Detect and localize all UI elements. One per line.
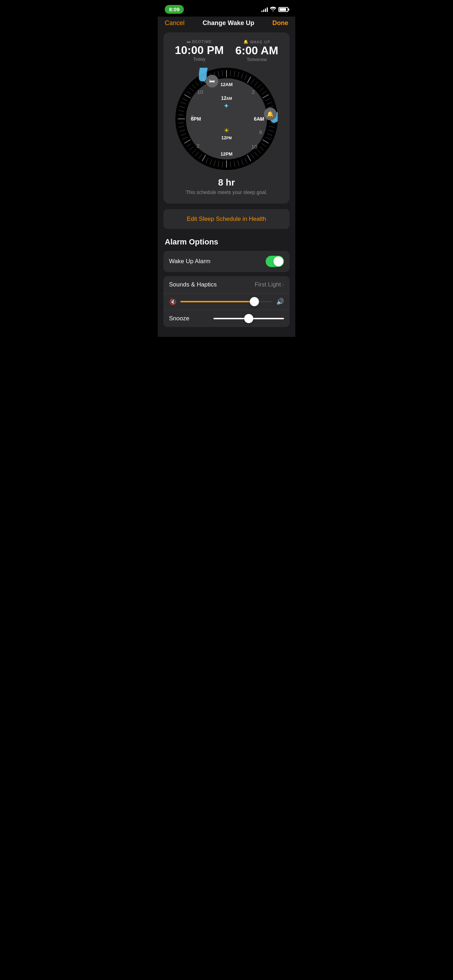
wake-up-alarm-group: Wake Up Alarm: [163, 251, 290, 272]
duration-subtitle: This schedule meets your sleep goal.: [169, 189, 284, 195]
wifi-icon: [270, 6, 276, 12]
svg-line-6: [247, 76, 251, 83]
svg-line-9: [257, 84, 261, 88]
snooze-row: Snooze: [163, 310, 290, 327]
svg-line-40: [210, 159, 212, 165]
svg-line-48: [184, 140, 190, 143]
svg-line-26: [259, 146, 264, 150]
svg-line-57: [180, 106, 185, 108]
svg-line-42: [202, 155, 206, 161]
duration-block: 8 hr This schedule meets your sleep goal…: [169, 177, 284, 195]
svg-line-56: [178, 110, 184, 111]
bedtime-day: Today: [175, 56, 224, 62]
svg-line-10: [259, 88, 264, 91]
toggle-thumb: [273, 256, 283, 266]
svg-line-5: [245, 75, 247, 80]
svg-line-53: [178, 123, 184, 123]
volume-low-icon: 🔇: [169, 298, 177, 305]
volume-track[interactable]: [180, 301, 273, 302]
svg-line-47: [187, 143, 191, 147]
svg-line-63: [192, 84, 196, 88]
volume-fill: [180, 301, 254, 302]
page-title: Change Wake Up: [202, 19, 254, 27]
svg-line-29: [251, 154, 254, 159]
svg-line-21: [268, 130, 273, 132]
cancel-button[interactable]: Cancel: [165, 19, 184, 27]
status-bar: 8:09: [158, 0, 295, 17]
svg-line-12: [262, 95, 269, 98]
snooze-label: Snooze: [169, 315, 189, 322]
svg-line-43: [199, 154, 202, 159]
svg-line-34: [234, 161, 235, 167]
status-icons: [261, 6, 288, 12]
svg-line-45: [192, 149, 196, 153]
svg-line-1: [230, 70, 231, 76]
bedtime-value: 10:00 PM: [175, 45, 224, 56]
svg-line-23: [265, 137, 271, 140]
nav-bar: Cancel Change Wake Up Done: [158, 17, 295, 32]
wake-up-alarm-toggle[interactable]: [265, 256, 284, 267]
sounds-haptics-row[interactable]: Sounds & Haptics First Light ›: [163, 276, 290, 294]
wakeup-value: 6:00 AM: [235, 45, 278, 56]
edit-button-label: Edit Sleep Schedule in Health: [187, 216, 266, 222]
svg-line-7: [251, 79, 254, 84]
clock-card: 🛏 BEDTIME 10:00 PM Today 🔔 WAKE UP 6:00 …: [163, 32, 290, 204]
svg-line-35: [230, 162, 231, 167]
svg-line-32: [241, 159, 243, 165]
main-content: 🛏 BEDTIME 10:00 PM Today 🔔 WAKE UP 6:00 …: [158, 32, 295, 337]
time-header: 🛏 BEDTIME 10:00 PM Today 🔔 WAKE UP 6:00 …: [169, 40, 284, 62]
alarm-icon: 🔔: [243, 40, 249, 44]
svg-line-61: [187, 91, 191, 94]
svg-line-46: [189, 146, 193, 150]
svg-line-4: [241, 73, 243, 78]
svg-line-70: [218, 71, 219, 76]
edit-sleep-schedule-button[interactable]: Edit Sleep Schedule in Health: [163, 209, 290, 229]
svg-line-14: [267, 102, 272, 104]
svg-line-64: [195, 81, 199, 86]
clock-wrapper: Generate ticks in JS below: [175, 68, 278, 170]
bedtime-handle[interactable]: 🛏: [206, 75, 218, 88]
volume-row: 🔇 🔊: [163, 294, 290, 310]
svg-line-24: [262, 140, 269, 143]
sleep-arc-svg: Generate ticks in JS below: [175, 68, 278, 170]
svg-line-62: [189, 88, 193, 91]
svg-line-52: [178, 126, 184, 127]
done-button[interactable]: Done: [272, 19, 288, 27]
svg-line-28: [254, 152, 257, 156]
svg-line-51: [180, 130, 185, 132]
svg-line-20: [269, 126, 275, 127]
svg-line-11: [262, 91, 266, 94]
battery-icon: [278, 7, 288, 12]
bedtime-block: 🛏 BEDTIME 10:00 PM Today: [175, 40, 224, 62]
svg-line-33: [238, 161, 239, 166]
svg-line-50: [181, 134, 186, 135]
svg-line-49: [183, 137, 188, 140]
svg-line-44: [195, 152, 199, 156]
svg-line-2: [234, 71, 235, 76]
volume-thumb[interactable]: [250, 297, 259, 306]
svg-line-37: [222, 162, 223, 167]
svg-line-38: [218, 161, 219, 167]
bedtime-label: 🛏 BEDTIME: [175, 40, 224, 44]
svg-line-3: [238, 72, 239, 77]
svg-line-13: [265, 99, 271, 101]
svg-line-25: [262, 143, 266, 147]
svg-line-55: [178, 115, 184, 115]
status-time: 8:09: [165, 5, 184, 14]
svg-line-31: [245, 158, 247, 163]
wakeup-handle[interactable]: 🔔: [264, 108, 277, 120]
wake-up-alarm-label: Wake Up Alarm: [169, 258, 210, 265]
wakeup-block: 🔔 WAKE UP 6:00 AM Tomorrow: [235, 40, 278, 62]
snooze-thumb[interactable]: [244, 314, 253, 323]
sounds-haptics-group: Sounds & Haptics First Light › 🔇 🔊 Snooz…: [163, 276, 290, 327]
snooze-track[interactable]: [213, 318, 284, 319]
volume-high-icon: 🔊: [276, 298, 284, 305]
wakeup-label: 🔔 WAKE UP: [235, 40, 278, 44]
duration-value: 8 hr: [169, 177, 284, 188]
svg-line-58: [181, 102, 186, 104]
svg-line-41: [206, 158, 208, 163]
sounds-haptics-value: First Light ›: [255, 281, 284, 288]
clock-outer-ring: Generate ticks in JS below: [175, 68, 278, 170]
clock-container[interactable]: Generate ticks in JS below: [169, 68, 284, 170]
svg-line-27: [257, 149, 261, 153]
